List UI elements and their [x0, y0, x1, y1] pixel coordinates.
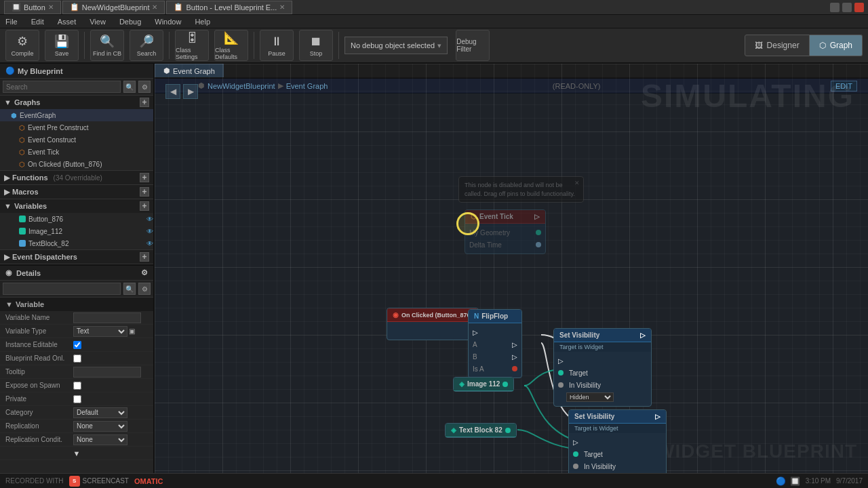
- prop-replication-select[interactable]: None: [73, 421, 127, 432]
- screencast-logo: S SCREENCAST: [69, 476, 129, 487]
- minimize-button[interactable]: [830, 3, 840, 12]
- menu-debug[interactable]: Debug: [117, 18, 144, 26]
- graph-item-onclicked[interactable]: ⬡ On Clicked (Button_876): [0, 158, 153, 170]
- search-button[interactable]: 🔎 Search: [130, 30, 163, 61]
- menu-view[interactable]: View: [87, 18, 108, 26]
- compile-button[interactable]: ⚙ Compile: [5, 30, 39, 61]
- menu-asset[interactable]: Asset: [55, 18, 79, 26]
- chevron-down-icon: ▾: [437, 41, 441, 50]
- debug-filter-button[interactable]: Debug Filter: [456, 30, 490, 61]
- property-instance-editable: Instance Editable: [0, 338, 153, 352]
- menu-help[interactable]: Help: [192, 18, 213, 26]
- set-vis1-vis-select[interactable]: Hidden: [566, 392, 614, 402]
- prop-tooltip-input[interactable]: [73, 367, 141, 378]
- class-settings-button[interactable]: 🎛 Class Settings: [175, 30, 209, 61]
- prop-bp-readonly-checkbox[interactable]: [73, 354, 81, 363]
- event-tick-node[interactable]: This node is disabled and will not be ca…: [465, 209, 546, 254]
- var-button876-label: Button_876: [28, 216, 63, 223]
- var-item-image112[interactable]: Image_112 👁: [0, 225, 153, 237]
- prop-var-type-label: Variable Type: [5, 327, 73, 335]
- maximize-button[interactable]: [842, 3, 852, 12]
- variables-header[interactable]: ▼ Variables +: [0, 199, 153, 213]
- var-textblock82-label: TextBlock_82: [28, 240, 68, 247]
- details-search-btn[interactable]: 🔍: [123, 283, 136, 295]
- macros-add-button[interactable]: +: [140, 187, 149, 197]
- prop-instance-editable-checkbox[interactable]: [73, 341, 81, 349]
- title-tab-button[interactable]: 🔲 Button ✕: [4, 1, 61, 14]
- menu-file[interactable]: File: [3, 18, 20, 26]
- set-visibility-2-node[interactable]: Set Visibility ▷ Target is Widget ▷ Targ…: [568, 409, 667, 473]
- menu-window[interactable]: Window: [152, 18, 184, 26]
- prop-var-type-select[interactable]: Text: [73, 326, 127, 337]
- window-controls: [830, 3, 864, 12]
- status-right: 🔵 🔲 3:10 PM 9/7/2017: [776, 476, 863, 486]
- graph-item-eventgraph[interactable]: ⬢ EventGraph: [0, 109, 153, 121]
- event-dispatchers-add-button[interactable]: +: [140, 252, 149, 262]
- variables-add-button[interactable]: +: [140, 201, 149, 211]
- event-dispatchers-header[interactable]: ▶ Event Dispatchers +: [0, 250, 153, 264]
- prop-private-checkbox[interactable]: [73, 395, 81, 403]
- var-eye-icon-2[interactable]: 👁: [146, 228, 153, 235]
- event-tick-delta-time: Delta Time: [465, 239, 545, 251]
- graph-item-construct[interactable]: ⬡ Event Construct: [0, 134, 153, 146]
- event-dispatchers-section: ▶ Event Dispatchers +: [0, 250, 153, 264]
- prop-replication-cond-select[interactable]: None: [73, 434, 127, 445]
- property-replication: Replication None: [0, 420, 153, 433]
- set-visibility-1-node[interactable]: Set Visibility ▷ Target is Widget ▷ Targ…: [553, 328, 652, 407]
- graphs-header[interactable]: ▼ Graphs +: [0, 96, 153, 109]
- toolbar-divider-4: [338, 32, 339, 59]
- close-icon-2[interactable]: ✕: [152, 3, 157, 11]
- title-tab-levelblueprint[interactable]: 📋 Button - Level Blueprint E... ✕: [166, 1, 292, 14]
- save-button[interactable]: 💾 Save: [45, 30, 79, 61]
- macros-header[interactable]: ▶ Macros +: [0, 185, 153, 199]
- details-filter-btn[interactable]: ⚙: [138, 283, 151, 295]
- debug-dropdown[interactable]: No debug object selected ▾: [344, 37, 448, 54]
- on-clicked-node[interactable]: ◉ On Clicked (Button_876) ▷: [387, 308, 479, 340]
- graph-item-pre-construct[interactable]: ⬡ Event Pre Construct: [0, 121, 153, 134]
- details-options-btn[interactable]: ⚙: [141, 268, 148, 277]
- flipflop-func-icon: N: [474, 312, 479, 320]
- image112-node[interactable]: ◈ Image 112: [453, 377, 514, 392]
- designer-button[interactable]: 🖼 Designer: [745, 35, 810, 56]
- var-type-checkbox[interactable]: ▣: [129, 327, 135, 335]
- close-icon-3[interactable]: ✕: [279, 3, 285, 11]
- stop-button[interactable]: ⏹ Stop: [299, 30, 333, 61]
- set-vis2-header: Set Visibility ▷: [569, 410, 666, 424]
- blueprint-search-input[interactable]: [3, 81, 121, 93]
- title-tab-newwidget[interactable]: 📋 NewWidgetBlueprint ✕: [62, 1, 165, 14]
- set-vis2-exec-out: ▷: [655, 413, 660, 420]
- save-icon: 💾: [54, 34, 69, 49]
- class-defaults-button[interactable]: 📐 Class Defaults: [214, 30, 248, 61]
- search-icon-btn[interactable]: 🔍: [123, 81, 136, 93]
- grid-background[interactable]: [155, 64, 868, 473]
- tray-icon-1: 🔵: [776, 476, 786, 486]
- my-geometry-label: My Geometry: [469, 229, 510, 237]
- set-vis2-label: Set Visibility: [574, 413, 614, 420]
- graphs-add-button[interactable]: +: [140, 98, 149, 107]
- prop-category-select[interactable]: Default: [73, 407, 127, 418]
- functions-add-button[interactable]: +: [140, 173, 149, 182]
- functions-header[interactable]: ▶ Functions (34 Overridable) +: [0, 171, 153, 184]
- flipflop-node[interactable]: N FlipFlop ▷ A ▷ B ▷ Is A: [468, 309, 522, 378]
- set-vis1-vis-pin: [558, 382, 564, 388]
- disabled-tooltip-close[interactable]: ✕: [574, 179, 580, 188]
- close-icon[interactable]: ✕: [48, 3, 54, 11]
- eventgraph-label: EventGraph: [20, 112, 56, 119]
- prop-var-name-input[interactable]: [73, 312, 141, 323]
- set-vis2-subtitle-text: Target is Widget: [574, 425, 618, 432]
- prop-expose-spawn-checkbox[interactable]: [73, 382, 81, 390]
- details-search-input[interactable]: [3, 283, 121, 295]
- graph-button[interactable]: ⬡ Graph: [810, 35, 863, 56]
- close-button[interactable]: [854, 3, 864, 12]
- var-eye-icon-1[interactable]: 👁: [146, 216, 153, 223]
- property-expand-toggle[interactable]: ▼: [0, 447, 153, 460]
- var-item-button876[interactable]: Button_876 👁: [0, 213, 153, 225]
- var-eye-icon-3[interactable]: 👁: [146, 240, 153, 247]
- find-in-cb-button[interactable]: 🔍 Find in CB: [90, 30, 124, 61]
- textblock82-node[interactable]: ◈ Text Block 82: [445, 423, 517, 438]
- pause-button[interactable]: ⏸ Pause: [260, 30, 294, 61]
- graph-item-tick[interactable]: ⬡ Event Tick: [0, 146, 153, 158]
- search-options-btn[interactable]: ⚙: [138, 81, 151, 93]
- menu-edit[interactable]: Edit: [28, 18, 47, 26]
- var-item-textblock82[interactable]: TextBlock_82 👁: [0, 237, 153, 249]
